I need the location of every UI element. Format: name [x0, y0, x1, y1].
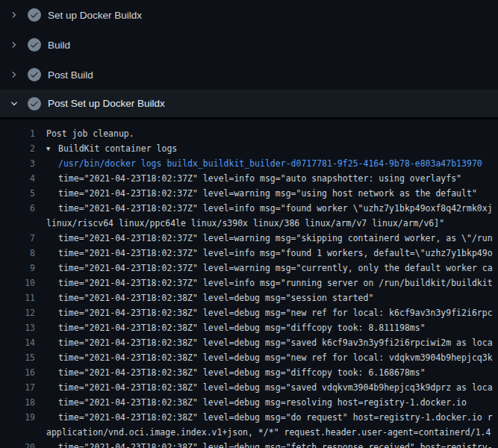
line-number[interactable]: 5: [0, 186, 35, 201]
log-line: 19time="2021-04-23T18:02:38Z" level=debu…: [0, 410, 498, 425]
log-viewer: 1Post job cleanup.2▼BuildKit container l…: [0, 119, 498, 448]
line-number[interactable]: 13: [0, 320, 35, 335]
log-group-row[interactable]: 2▼BuildKit container logs: [0, 141, 498, 156]
log-text: time="2021-04-23T18:02:38Z" level=debug …: [46, 410, 493, 425]
line-number[interactable]: 9: [0, 261, 35, 276]
log-line: 4time="2021-04-23T18:02:37Z" level=info …: [0, 171, 498, 186]
log-text: time="2021-04-23T18:02:37Z" level=info m…: [46, 171, 461, 186]
log-text: time="2021-04-23T18:02:38Z" level=debug …: [46, 320, 426, 335]
log-text: time="2021-04-23T18:02:38Z" level=debug …: [46, 380, 493, 395]
chevron-down-icon[interactable]: [10, 99, 19, 108]
line-number: [0, 216, 35, 231]
log-text: time="2021-04-23T18:02:37Z" level=warnin…: [46, 261, 493, 276]
line-number[interactable]: 2: [0, 141, 35, 156]
log-text: time="2021-04-23T18:02:38Z" level=debug …: [46, 365, 426, 380]
log-line: 1Post job cleanup.: [0, 126, 498, 141]
log-line: 8time="2021-04-23T18:02:37Z" level=info …: [0, 246, 498, 261]
log-text: /usr/bin/docker logs buildx_buildkit_bui…: [46, 156, 482, 171]
check-circle-icon: [28, 68, 41, 81]
line-number[interactable]: 3: [0, 156, 35, 171]
line-number[interactable]: 19: [0, 410, 35, 425]
line-number[interactable]: 8: [0, 246, 35, 261]
log-line: 18time="2021-04-23T18:02:38Z" level=debu…: [0, 395, 498, 410]
log-line: 17time="2021-04-23T18:02:38Z" level=debu…: [0, 380, 498, 395]
line-number[interactable]: 15: [0, 350, 35, 365]
log-line: 9time="2021-04-23T18:02:37Z" level=warni…: [0, 261, 498, 276]
line-number[interactable]: 20: [0, 440, 35, 448]
line-number[interactable]: 6: [0, 201, 35, 216]
chevron-right-icon[interactable]: [10, 40, 19, 49]
step-header-post-build[interactable]: Post Build: [0, 60, 498, 90]
log-line: linux/riscv64 linux/ppc64le linux/s390x …: [0, 216, 498, 231]
check-circle-icon: [28, 97, 41, 111]
log-line: 16time="2021-04-23T18:02:38Z" level=debu…: [0, 365, 498, 380]
step-header-post-set-up-docker-buildx[interactable]: Post Set up Docker Buildx: [0, 90, 498, 119]
steps-list: Set up Docker BuildxBuildPost BuildPost …: [0, 0, 498, 119]
log-text: time="2021-04-23T18:02:38Z" level=debug …: [46, 395, 467, 410]
step-label: Post Build: [48, 69, 93, 81]
log-text: time="2021-04-23T18:02:37Z" level=info m…: [46, 201, 493, 216]
log-line: application/vnd.oci.image.index.v1+json,…: [0, 425, 498, 440]
log-text: time="2021-04-23T18:02:38Z" level=debug …: [46, 335, 493, 350]
log-line: 5time="2021-04-23T18:02:37Z" level=warni…: [0, 186, 498, 201]
log-text: time="2021-04-23T18:02:38Z" level=debug …: [46, 305, 493, 320]
log-text: time="2021-04-23T18:02:37Z" level=info m…: [46, 246, 493, 261]
chevron-right-icon[interactable]: [10, 70, 19, 79]
line-number[interactable]: 1: [0, 126, 35, 141]
log-text: time="2021-04-23T18:02:37Z" level=warnin…: [46, 231, 493, 246]
line-number[interactable]: 14: [0, 335, 35, 350]
log-text: linux/riscv64 linux/ppc64le linux/s390x …: [46, 216, 444, 231]
step-header-set-up-docker-buildx[interactable]: Set up Docker Buildx: [0, 0, 498, 30]
log-line: 11time="2021-04-23T18:02:38Z" level=debu…: [0, 290, 498, 305]
line-number[interactable]: 12: [0, 305, 35, 320]
log-line: 6time="2021-04-23T18:02:37Z" level=info …: [0, 201, 498, 216]
line-number[interactable]: 10: [0, 276, 35, 290]
line-number[interactable]: 16: [0, 365, 35, 380]
step-label: Post Set up Docker Buildx: [48, 98, 165, 109]
log-line: 20time="2021-04-23T18:02:38Z" level=debu…: [0, 440, 498, 448]
line-number[interactable]: 17: [0, 380, 35, 395]
log-text: Post job cleanup.: [46, 126, 134, 141]
log-text: application/vnd.oci.image.index.v1+json,…: [46, 425, 491, 440]
line-number: [0, 425, 35, 440]
triangle-down-icon[interactable]: ▼: [46, 141, 58, 156]
line-number[interactable]: 18: [0, 395, 35, 410]
log-line: 13time="2021-04-23T18:02:38Z" level=debu…: [0, 320, 498, 335]
log-command-row: 3/usr/bin/docker logs buildx_buildkit_bu…: [0, 156, 498, 171]
actions-log-panel: Set up Docker BuildxBuildPost BuildPost …: [0, 0, 498, 448]
log-line: 14time="2021-04-23T18:02:38Z" level=debu…: [0, 335, 498, 350]
line-number[interactable]: 11: [0, 290, 35, 305]
log-line: 15time="2021-04-23T18:02:38Z" level=debu…: [0, 350, 498, 365]
log-text: time="2021-04-23T18:02:38Z" level=debug …: [46, 440, 493, 448]
line-number[interactable]: 4: [0, 171, 35, 186]
log-text: time="2021-04-23T18:02:38Z" level=debug …: [46, 290, 373, 305]
log-group-label: BuildKit container logs: [58, 143, 177, 154]
step-label: Build: [48, 40, 70, 51]
log-line: 12time="2021-04-23T18:02:38Z" level=debu…: [0, 305, 498, 320]
chevron-right-icon[interactable]: [10, 10, 19, 19]
check-circle-icon: [28, 8, 41, 22]
check-circle-icon: [28, 38, 41, 52]
log-text: time="2021-04-23T18:02:38Z" level=debug …: [46, 350, 493, 365]
step-label: Set up Docker Buildx: [48, 10, 142, 21]
step-header-build[interactable]: Build: [0, 30, 498, 60]
log-line: 10time="2021-04-23T18:02:37Z" level=info…: [0, 276, 498, 290]
log-text: time="2021-04-23T18:02:37Z" level=info m…: [46, 276, 493, 290]
line-number[interactable]: 7: [0, 231, 35, 246]
log-text: time="2021-04-23T18:02:37Z" level=warnin…: [46, 186, 477, 201]
log-line: 7time="2021-04-23T18:02:37Z" level=warni…: [0, 231, 498, 246]
log-text: ▼BuildKit container logs: [46, 141, 177, 156]
